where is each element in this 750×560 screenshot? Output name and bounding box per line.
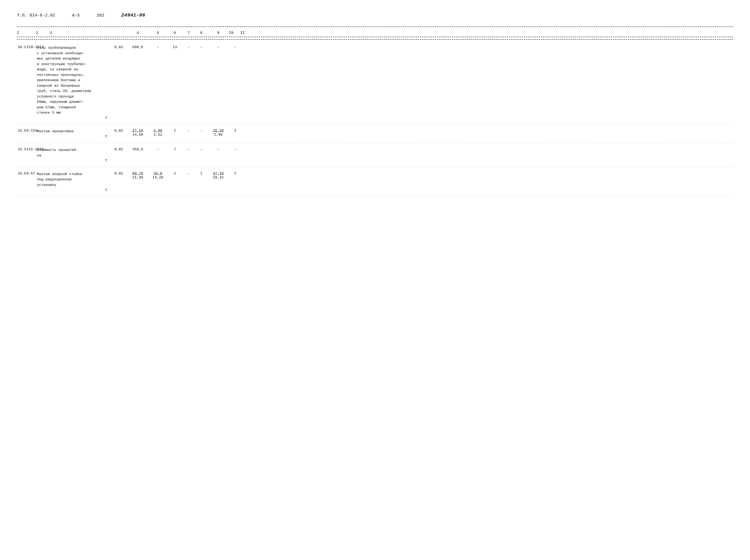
col-header-10: I0 II [229,31,242,35]
row2-id: 3I.Е9-I53 [17,129,36,133]
row3-col10: – [208,147,229,151]
header-divider [17,39,733,40]
row3-col4: 0,02 [110,147,127,151]
col-header-2: 2 3 [36,31,110,35]
row1-desc: Узлы трубопроводов с установкой необходи… [36,45,110,121]
row3-id: 32.СI2I-20I9 [17,147,36,151]
row2-col4: 0,02 [110,129,127,133]
col-header-4: 4 [127,31,148,35]
table-row: 33.Е9-57 Монтаж опорной стойки под редук… [17,167,733,197]
row1-col8: – [182,45,195,49]
row1-col7: I4 [167,45,182,49]
table-row: 32.СI2I-20I9 Стоимость кронштей- на Т 0,… [17,143,733,167]
col-header-7: 7 [182,31,195,35]
row4-col5: 89,70 2I,90 [127,172,148,180]
row3-col9: – [195,147,208,151]
row2-col9: – [195,129,208,133]
row1-col4: 0,02 [110,45,127,49]
row3-col7: 7 [167,147,182,151]
row4-desc: Монтаж опорной стойки под редукционную у… [36,172,110,193]
row1-col6: – [148,45,167,49]
row4-col11: I [229,172,242,176]
col-header-6: 6 [167,31,182,35]
row1-col5: 690,0 [127,45,148,49]
table-body: 30.СI59-33I7 Узлы трубопроводов с устано… [17,42,733,197]
header-middle-code: А-5 [72,13,80,18]
col-header-9: 9 [208,31,229,35]
row2-col8: – [182,129,195,133]
row3-col6: – [148,147,167,151]
row4-col10: 37,I0 I8,32 [208,172,229,180]
page-header: Т.П. 8I4-8-2.9I А-5 202 24941-06 [17,13,733,18]
row2-col6: 4,98 I,52 [148,129,167,137]
row2-col5: 27,I0 I4,80 [127,129,148,137]
row2-col11: I [229,129,242,133]
header-left-code: Т.П. 8I4-8-2.9I [17,13,55,18]
table-row: 3I.Е9-I53 Монтаж кронштейна Т 0,02 27,I0… [17,124,733,143]
col-header-3 [110,31,127,35]
row4-col9: I [195,172,208,176]
row1-col9: – [195,45,208,49]
row2-col10: 25,20 I,96 [208,129,229,137]
col-header-5: 5 [148,31,167,35]
row1-col11: – [229,45,242,49]
row4-col8: – [182,172,195,176]
row3-col8: – [182,147,195,151]
row3-col5: 356,0 [127,147,148,151]
row1-id: 30.СI59-33I7 [17,45,36,49]
row4-col6: 45,0 I4,20 [148,172,167,180]
row4-col4: 0,02 [110,172,127,176]
row4-id: 33.Е9-57 [17,172,36,176]
header-page-num: 202 [97,13,104,18]
row4-col7: 2 [167,172,182,176]
table-row: 30.СI59-33I7 Узлы трубопроводов с устано… [17,42,733,124]
header-bold-code: 24941-06 [121,13,145,18]
row3-col11: – [229,147,242,151]
col-header-1: I [17,31,36,35]
top-divider [17,26,733,27]
row2-col7: I [167,129,182,133]
column-headers: I 2 3 4 5 6 7 8 9 I0 II [17,29,733,37]
row2-desc: Монтаж кронштейна Т [36,129,110,139]
row3-desc: Стоимость кронштей- на Т [36,147,110,164]
row1-col10: – [208,45,229,49]
col-header-8: 8 [195,31,208,35]
